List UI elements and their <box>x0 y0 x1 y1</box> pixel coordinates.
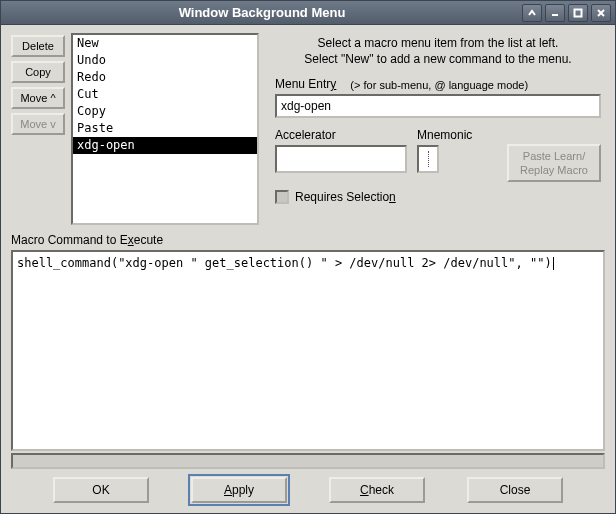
mnemonic-group: Mnemonic <box>417 128 472 173</box>
window: Window Background Menu Delete Copy Move … <box>0 0 616 514</box>
delete-button[interactable]: Delete <box>11 35 65 57</box>
window-title: Window Background Menu <box>5 5 519 20</box>
requires-selection-checkbox[interactable] <box>275 190 289 204</box>
move-down-button[interactable]: Move v <box>11 113 65 135</box>
paste-learn-button[interactable]: Paste Learn/ Replay Macro <box>507 144 601 182</box>
requires-selection-label: Requires Selection <box>295 190 396 204</box>
menu-entry-label: Menu Entry <box>275 77 336 91</box>
titlebar: Window Background Menu <box>1 1 615 25</box>
menu-entry-label-row: Menu Entry (> for sub-menu, @ language m… <box>275 77 601 91</box>
rollup-button[interactable] <box>522 4 542 22</box>
list-item[interactable]: Paste <box>73 120 257 137</box>
accelerator-input[interactable] <box>275 145 407 173</box>
copy-button[interactable]: Copy <box>11 61 65 83</box>
macro-list[interactable]: NewUndoRedoCutCopyPastexdg-open <box>71 33 259 225</box>
macro-command-textarea[interactable]: shell_command("xdg-open " get_selection(… <box>11 250 605 451</box>
accelerator-group: Accelerator <box>275 128 407 173</box>
close-button[interactable]: Close <box>467 477 563 503</box>
mnemonic-label: Mnemonic <box>417 128 472 142</box>
svg-rect-0 <box>575 9 582 16</box>
command-area-wrap: shell_command("xdg-open " get_selection(… <box>11 250 605 469</box>
mnemonic-input[interactable] <box>417 145 439 173</box>
list-item[interactable]: Undo <box>73 52 257 69</box>
horizontal-scrollbar[interactable] <box>11 453 605 469</box>
list-item[interactable]: Copy <box>73 103 257 120</box>
close-window-button[interactable] <box>591 4 611 22</box>
instructions: Select a macro menu item from the list a… <box>275 35 601 67</box>
instructions-line1: Select a macro menu item from the list a… <box>275 35 601 51</box>
minimize-button[interactable] <box>545 4 565 22</box>
menu-entry-input[interactable] <box>275 94 601 118</box>
check-button[interactable]: Check <box>329 477 425 503</box>
move-up-button[interactable]: Move ^ <box>11 87 65 109</box>
requires-selection-row: Requires Selection <box>275 190 601 204</box>
text-cursor <box>553 257 554 270</box>
apply-button[interactable]: Apply <box>191 477 287 503</box>
action-button-column: Delete Copy Move ^ Move v <box>11 33 65 225</box>
list-item[interactable]: Redo <box>73 69 257 86</box>
list-item[interactable]: xdg-open <box>73 137 257 154</box>
dialog-button-row: OK Apply Check Close <box>11 469 605 507</box>
maximize-button[interactable] <box>568 4 588 22</box>
accel-mnemonic-row: Accelerator Mnemonic Paste Learn/ Replay… <box>275 128 601 182</box>
instructions-line2: Select "New" to add a new command to the… <box>275 51 601 67</box>
macro-command-label: Macro Command to Execute <box>11 233 605 247</box>
accelerator-label: Accelerator <box>275 128 407 142</box>
upper-pane: Delete Copy Move ^ Move v NewUndoRedoCut… <box>11 33 605 225</box>
ok-button[interactable]: OK <box>53 477 149 503</box>
list-item[interactable]: Cut <box>73 86 257 103</box>
menu-entry-hint: (> for sub-menu, @ language mode) <box>350 79 528 91</box>
list-item[interactable]: New <box>73 35 257 52</box>
content-area: Delete Copy Move ^ Move v NewUndoRedoCut… <box>1 25 615 513</box>
properties-pane: Select a macro menu item from the list a… <box>265 33 605 225</box>
